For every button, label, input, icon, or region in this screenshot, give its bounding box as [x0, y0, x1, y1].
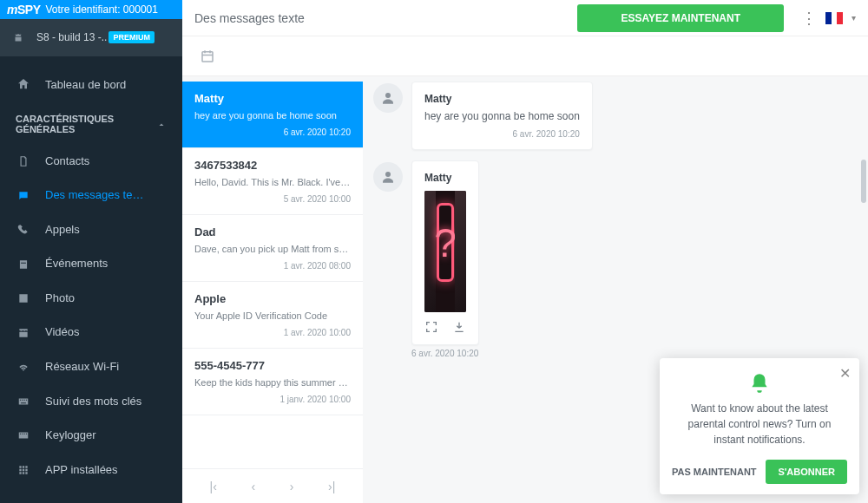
message-row-in: Matty ? 6 avr. 2020 10:20: [373, 160, 859, 358]
conversation-item[interactable]: Dad Dave, can you pick up Matt from scho…: [182, 215, 363, 282]
nav-photo-label: Photo: [45, 291, 75, 304]
message-body: hey are you gonna be home soon: [424, 110, 580, 122]
conversation-time: 6 avr. 2020 10:20: [194, 127, 351, 137]
clipboard-icon: [16, 154, 31, 167]
nav-sms[interactable]: Des messages te…: [0, 178, 182, 212]
avatar: [373, 83, 403, 113]
message-bubble-media: Matty ?: [411, 160, 479, 345]
device-selector[interactable]: S8 - build 13 -.. PREMIUM: [0, 19, 182, 56]
date-filter-row: [182, 36, 868, 76]
nav-dashboard[interactable]: Tableau de bord: [0, 67, 182, 102]
user-identifier: Votre identifiant: 000001: [45, 3, 157, 16]
nav-contacts-label: Contacts: [45, 154, 89, 167]
bell-icon: [672, 369, 847, 395]
message-row-in: Matty hey are you gonna be home soon 6 a…: [373, 82, 859, 150]
film-icon: [16, 325, 31, 339]
conversation-name: Apple: [194, 292, 351, 305]
nav: Tableau de bord CARACTÉRISTIQUES GÉNÉRAL…: [0, 56, 182, 503]
page-next-button[interactable]: ›: [283, 476, 301, 497]
conversation-name: 3467533842: [194, 159, 351, 172]
svg-rect-0: [202, 52, 213, 62]
nav-dashboard-label: Tableau de bord: [45, 78, 126, 91]
device-name: S8 - build 13 -..: [36, 31, 107, 43]
flag-fr-icon[interactable]: [825, 12, 843, 24]
message-sender: Matty: [424, 172, 466, 184]
home-icon: [16, 77, 31, 92]
nav-keylogger[interactable]: Keylogger: [0, 418, 182, 453]
svg-point-1: [385, 93, 391, 98]
conversation-item[interactable]: Apple Your Apple ID Verification Code 1 …: [182, 282, 363, 349]
nav-contacts[interactable]: Contacts: [0, 143, 182, 178]
message-sender: Matty: [424, 93, 580, 105]
conversation-name: Dad: [194, 225, 351, 238]
question-mark-icon: ?: [434, 219, 457, 266]
nav-calls-label: Appels: [45, 223, 80, 236]
calendar-icon: [16, 257, 31, 271]
keyboard-icon: [16, 394, 31, 408]
nav-apps[interactable]: APP installées: [0, 452, 182, 487]
avatar: [373, 162, 403, 192]
nav-sms-label: Des messages te…: [45, 188, 143, 201]
close-icon[interactable]: ✕: [839, 365, 851, 382]
nav-apps-label: APP installées: [45, 463, 118, 476]
conversation-list: Matty hey are you gonna be home soon 6 a…: [182, 82, 363, 503]
download-icon[interactable]: [452, 319, 466, 334]
notification-popup: ✕ Want to know about the latest parental…: [660, 358, 859, 494]
logo: mSPY: [7, 3, 40, 16]
nav-section-general-label: CARACTÉRISTIQUES GÉNÉRALES: [16, 114, 156, 134]
message-image[interactable]: ?: [424, 191, 466, 312]
nav-events[interactable]: Événements: [0, 246, 182, 281]
conversation-item[interactable]: Matty hey are you gonna be home soon 6 a…: [182, 82, 363, 148]
pagination: |‹ ‹ › ›|: [182, 468, 363, 503]
conversation-scroll[interactable]: Matty hey are you gonna be home soon 6 a…: [182, 82, 363, 468]
image-icon: [16, 291, 31, 305]
message-time: 6 avr. 2020 10:20: [411, 349, 478, 358]
nav-keylogger-label: Keylogger: [45, 428, 96, 441]
nav-calls[interactable]: Appels: [0, 212, 182, 247]
scrollbar[interactable]: [861, 160, 866, 494]
conversation-time: 5 avr. 2020 10:00: [194, 194, 351, 204]
premium-badge: PREMIUM: [108, 31, 155, 43]
wifi-icon: [16, 360, 31, 374]
nav-events-label: Événements: [45, 257, 108, 270]
topbar: Des messages texte ESSAYEZ MAINTENANT ⋮ …: [182, 0, 868, 36]
expand-icon[interactable]: [424, 319, 438, 334]
conversation-item[interactable]: 3467533842 Hello, David. This is Mr. Bla…: [182, 148, 363, 215]
message-bubble-in: Matty hey are you gonna be home soon 6 a…: [411, 82, 593, 150]
message-time: 6 avr. 2020 10:20: [424, 129, 580, 139]
nav-wifi-label: Réseaux Wi-Fi: [45, 360, 119, 373]
page-first-button[interactable]: |‹: [203, 476, 224, 497]
nav-wifi[interactable]: Réseaux Wi-Fi: [0, 349, 182, 384]
not-now-button[interactable]: PAS MAINTENANT: [672, 467, 757, 477]
nav-keywords[interactable]: Suivi des mots clés: [0, 383, 182, 418]
conversation-name: Matty: [194, 92, 351, 105]
conversation-time: 1 janv. 2020 10:00: [194, 395, 351, 404]
svg-point-2: [385, 172, 391, 177]
conversation-preview: Your Apple ID Verification Code: [194, 310, 351, 321]
try-now-button[interactable]: ESSAYEZ MAINTENANT: [577, 4, 784, 32]
nav-section-general[interactable]: CARACTÉRISTIQUES GÉNÉRALES: [0, 101, 182, 143]
nav-photo[interactable]: Photo: [0, 281, 182, 316]
calendar-icon[interactable]: [200, 47, 215, 64]
more-icon[interactable]: ⋮: [801, 9, 817, 28]
chevron-up-icon: [156, 119, 167, 130]
conversation-preview: Keep the kids happy this summer with ...: [194, 377, 351, 388]
conversation-name: 555-4545-777: [194, 359, 351, 372]
page-prev-button[interactable]: ‹: [245, 476, 263, 497]
page-last-button[interactable]: ›|: [321, 476, 342, 497]
sidebar: mSPY Votre identifiant: 000001 S8 - buil…: [0, 0, 182, 503]
brand-bar: mSPY Votre identifiant: 000001: [0, 0, 182, 19]
conversation-preview: Hello, David. This is Mr. Black. I've no…: [194, 177, 351, 187]
chevron-down-icon[interactable]: ▾: [852, 13, 856, 23]
conversation-preview: Dave, can you pick up Matt from schoo...: [194, 244, 351, 254]
android-icon: [12, 31, 24, 44]
keyboard2-icon: [16, 428, 31, 442]
page-title: Des messages texte: [194, 11, 305, 25]
phone-icon: [16, 223, 31, 237]
nav-videos[interactable]: Vidéos: [0, 315, 182, 349]
subscribe-button[interactable]: S'ABONNER: [766, 460, 847, 484]
conversation-item[interactable]: 555-4545-777 Keep the kids happy this su…: [182, 349, 363, 415]
conversation-preview: hey are you gonna be home soon: [194, 110, 351, 121]
nav-keywords-label: Suivi des mots clés: [45, 395, 141, 408]
message-icon: [16, 188, 31, 202]
